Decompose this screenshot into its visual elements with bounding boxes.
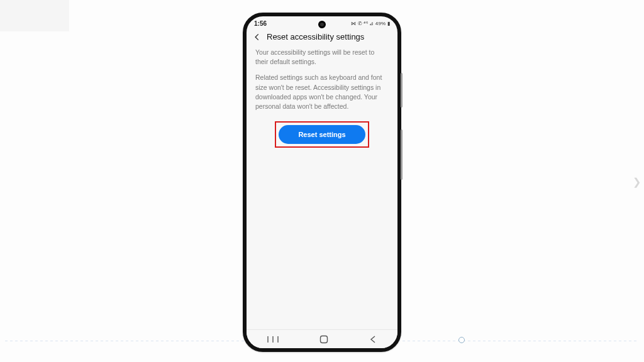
page-header: Reset accessibility settings [247, 27, 397, 48]
power-button [401, 129, 402, 180]
system-nav-bar [247, 329, 397, 348]
spacer [247, 67, 397, 73]
home-icon[interactable] [319, 335, 328, 344]
back-icon[interactable] [253, 33, 262, 41]
background-panel [0, 0, 69, 31]
status-indicators: ⋈ ✆ ⁴⁶ ⊿ 49% ▮ [351, 21, 390, 26]
volume-button [401, 73, 402, 107]
status-time: 1:56 [254, 20, 267, 27]
front-camera-icon [318, 21, 326, 28]
reset-settings-button[interactable]: Reset settings [279, 125, 365, 144]
description-2: Related settings such as keyboard and fo… [247, 73, 397, 111]
highlight-box: Reset settings [275, 121, 369, 148]
phone-frame: 1:56 ⋈ ✆ ⁴⁶ ⊿ 49% ▮ Reset accessibility … [243, 13, 401, 352]
recents-icon[interactable] [267, 336, 279, 343]
svg-rect-3 [320, 336, 327, 343]
description-1: Your accessibility settings will be rese… [247, 48, 397, 67]
nav-back-icon[interactable] [369, 335, 377, 344]
carousel-indicator[interactable] [458, 337, 465, 343]
next-slide-arrow[interactable]: ❯ [633, 176, 643, 189]
page-title: Reset accessibility settings [267, 32, 364, 41]
